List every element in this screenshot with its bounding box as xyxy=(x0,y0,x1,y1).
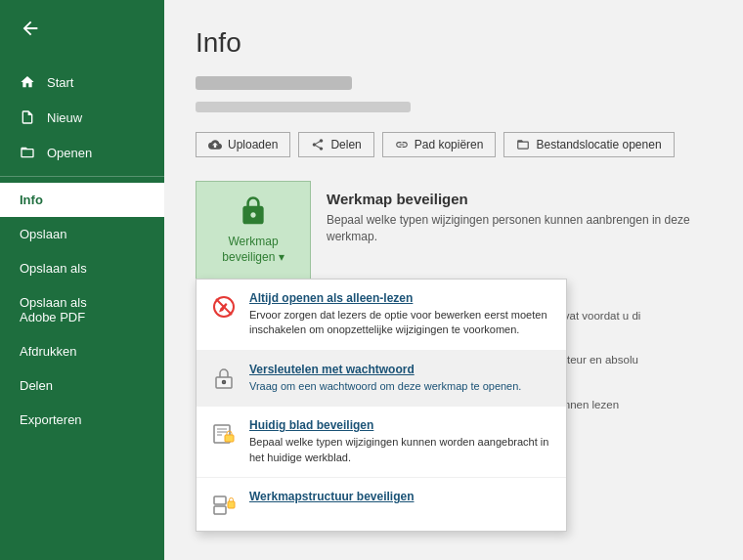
dropdown-item-versleutelen-text: Versleutelen met wachtwoord Vraag om een… xyxy=(249,363,552,394)
back-arrow-icon xyxy=(20,18,41,39)
sidebar-label-openen: Openen xyxy=(47,146,92,160)
svg-rect-11 xyxy=(228,501,235,508)
upload-icon xyxy=(208,138,222,151)
sidebar-item-openen[interactable]: Openen xyxy=(0,135,164,170)
dropdown-item-structuur-text: Werkmapstructuur beveiligen xyxy=(249,490,552,506)
protect-dropdown: Altijd openen als alleen-lezen Ervoor zo… xyxy=(196,279,567,532)
svg-rect-8 xyxy=(225,435,234,442)
dropdown-item-structuur[interactable]: Werkmapstructuur beveiligen xyxy=(197,478,566,531)
sidebar-divider xyxy=(0,176,164,177)
sidebar-label-exporteren: Exporteren xyxy=(20,412,82,427)
file-name-area xyxy=(196,76,712,116)
upload-label: Uploaden xyxy=(228,138,278,151)
share-icon xyxy=(311,138,325,151)
home-icon xyxy=(20,74,35,90)
sheet-lock-icon xyxy=(210,420,238,448)
sidebar: Start Nieuw Openen Info Opslaan Opslaan … xyxy=(0,0,164,560)
dropdown-item-altijd-lezen-desc: Ervoor zorgen dat lezers de optie voor b… xyxy=(249,308,552,338)
dropdown-item-structuur-title: Werkmapstructuur beveiligen xyxy=(249,490,552,503)
protect-title: Werkmap beveiligen xyxy=(327,191,696,207)
dropdown-item-versleutelen-title: Versleutelen met wachtwoord xyxy=(249,363,552,376)
file-name-blur-1 xyxy=(196,76,352,90)
sidebar-item-info[interactable]: Info xyxy=(0,183,164,217)
folder-icon xyxy=(516,138,530,151)
sidebar-item-afdrukken[interactable]: Afdrukken xyxy=(0,334,164,368)
dropdown-item-huidig-blad-title: Huidig blad beveiligen xyxy=(249,418,552,432)
dropdown-item-versleutelen[interactable]: Versleutelen met wachtwoord Vraag om een… xyxy=(197,351,566,407)
bestandslocatie-label: Bestandslocatie openen xyxy=(536,138,661,151)
sidebar-item-exporteren[interactable]: Exporteren xyxy=(0,403,164,437)
protect-button-label: Werkmap beveiligen ▾ xyxy=(204,235,302,265)
action-buttons-row: Uploaden Delen Pad kopiëren Bestandsloca… xyxy=(196,132,712,157)
svg-point-3 xyxy=(223,380,226,383)
dropdown-item-altijd-lezen[interactable]: Altijd openen als alleen-lezen Ervoor zo… xyxy=(197,280,566,351)
dropdown-item-altijd-lezen-text: Altijd openen als alleen-lezen Ervoor zo… xyxy=(249,291,552,338)
protect-section: Werkmap beveiligen ▾ Werkmap beveiligen … xyxy=(196,181,712,280)
dropdown-item-huidig-blad-text: Huidig blad beveiligen Bepaal welke type… xyxy=(249,418,552,465)
lock-icon xyxy=(210,365,238,392)
svg-line-1 xyxy=(216,299,232,315)
svg-rect-9 xyxy=(214,496,226,504)
file-name-blur-2 xyxy=(196,102,411,112)
folder-open-icon xyxy=(20,145,35,160)
sidebar-item-opslaan-als-pdf[interactable]: Opslaan alsAdobe PDF xyxy=(0,285,164,334)
delen-label: Delen xyxy=(330,138,361,151)
dropdown-item-huidig-blad[interactable]: Huidig blad beveiligen Bepaal welke type… xyxy=(197,407,566,478)
pad-kopieren-button[interactable]: Pad kopiëren xyxy=(382,132,497,157)
sidebar-label-delen: Delen xyxy=(20,378,53,393)
structure-lock-icon xyxy=(210,492,238,519)
sidebar-label-opslaan-als: Opslaan als xyxy=(20,261,87,276)
protect-workbook-button[interactable]: Werkmap beveiligen ▾ xyxy=(196,181,311,280)
sidebar-label-opslaan: Opslaan xyxy=(20,227,66,241)
edit-off-icon xyxy=(210,293,238,321)
bestandslocatie-button[interactable]: Bestandslocatie openen xyxy=(503,132,674,157)
protect-description: Bepaal welke typen wijzigingen personen … xyxy=(327,212,696,245)
page-title: Info xyxy=(196,27,712,59)
file-new-icon xyxy=(20,109,35,125)
protect-info-panel: Werkmap beveiligen Bepaal welke typen wi… xyxy=(311,181,712,280)
main-content: Info Uploaden Delen Pad kopiëren Bestand… xyxy=(164,0,743,560)
sidebar-label-opslaan-als-pdf: Opslaan alsAdobe PDF xyxy=(20,295,87,324)
pad-kopieren-label: Pad kopiëren xyxy=(415,138,484,151)
sidebar-label-start: Start xyxy=(47,75,73,90)
dropdown-item-altijd-lezen-title: Altijd openen als alleen-lezen xyxy=(249,291,552,305)
sidebar-item-opslaan[interactable]: Opslaan xyxy=(0,217,164,251)
upload-button[interactable]: Uploaden xyxy=(196,132,290,157)
sidebar-label-afdrukken: Afdrukken xyxy=(20,344,77,359)
svg-rect-10 xyxy=(214,506,226,514)
sidebar-nav: Start Nieuw Openen Info Opslaan Opslaan … xyxy=(0,61,164,437)
delen-button[interactable]: Delen xyxy=(298,132,373,157)
dropdown-item-versleutelen-desc: Vraag om een wachtwoord om deze werkmap … xyxy=(249,379,552,394)
sidebar-item-start[interactable]: Start xyxy=(0,65,164,100)
sidebar-label-info: Info xyxy=(20,193,43,207)
back-button[interactable] xyxy=(0,0,164,61)
link-icon xyxy=(395,138,409,151)
sidebar-item-delen[interactable]: Delen xyxy=(0,368,164,403)
dropdown-item-huidig-blad-desc: Bepaal welke typen wijzigingen kunnen wo… xyxy=(249,435,552,465)
lock-green-icon xyxy=(238,195,269,227)
sidebar-item-nieuw[interactable]: Nieuw xyxy=(0,100,164,135)
sidebar-label-nieuw: Nieuw xyxy=(47,110,82,125)
sidebar-item-opslaan-als[interactable]: Opslaan als xyxy=(0,251,164,285)
